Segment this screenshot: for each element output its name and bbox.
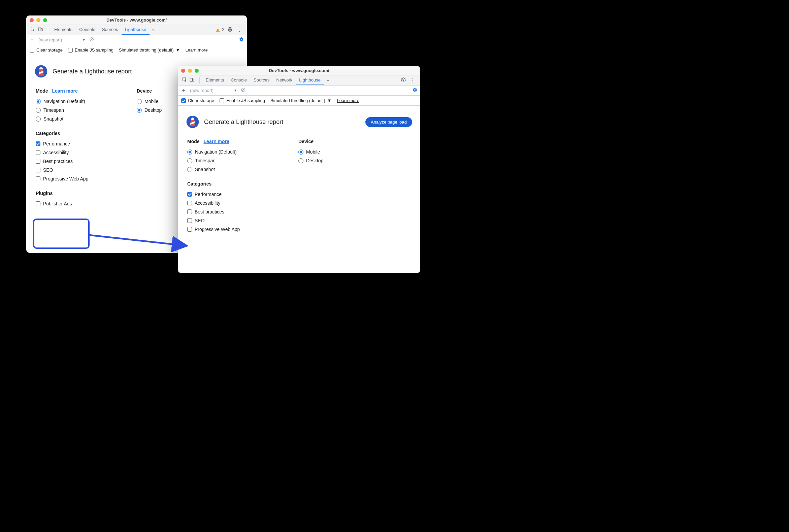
mode-timespan-radio[interactable]: Timespan	[187, 156, 298, 165]
svg-line-5	[90, 38, 93, 41]
enable-js-label: Enable JS sampling	[75, 48, 113, 53]
mode-timespan-radio[interactable]: Timespan	[36, 106, 137, 114]
report-dropdown[interactable]: (new report) ▼	[190, 88, 237, 93]
main-toolbar: Elements Console Sources Network Lightho…	[178, 75, 420, 86]
chevron-down-icon: ▼	[234, 89, 237, 92]
clear-storage-label: Clear storage	[36, 48, 63, 53]
cat-best-practices-checkbox[interactable]: Best practices	[187, 207, 412, 216]
chevron-down-icon: ▼	[82, 38, 86, 42]
analyze-page-load-button[interactable]: Analyze page load	[365, 117, 412, 127]
svg-rect-2	[41, 28, 42, 31]
enable-js-sampling-checkbox[interactable]: Enable JS sampling	[220, 98, 265, 103]
svg-rect-1	[38, 27, 41, 31]
panel-tabs: Elements Console Sources Lighthouse »	[51, 25, 157, 35]
panel-tabs: Elements Console Sources Network Lightho…	[202, 75, 332, 85]
settings-icon[interactable]	[401, 77, 406, 83]
clear-storage-label: Clear storage	[188, 98, 214, 103]
kebab-menu-icon[interactable]: ⋮	[410, 77, 416, 83]
cat-accessibility-checkbox[interactable]: Accessibility	[187, 199, 412, 207]
titlebar: DevTools - www.google.com/	[26, 16, 247, 25]
tab-console[interactable]: Console	[227, 75, 250, 85]
tab-elements[interactable]: Elements	[51, 25, 76, 35]
lighthouse-settings-icon[interactable]	[239, 37, 244, 43]
report-dropdown-label: (new report)	[190, 88, 213, 93]
checkbox-icon	[220, 98, 224, 103]
tab-lighthouse[interactable]: Lighthouse	[296, 75, 324, 85]
main-toolbar: Elements Console Sources Lighthouse » 2 …	[26, 25, 247, 35]
mode-learn-more-link[interactable]: Learn more	[204, 139, 229, 144]
clear-icon[interactable]	[89, 37, 94, 43]
more-tabs[interactable]: »	[324, 75, 332, 85]
svg-rect-8	[190, 78, 192, 81]
inspect-icon[interactable]	[30, 26, 36, 33]
lighthouse-settings-icon[interactable]	[412, 87, 417, 94]
throttling-dropdown[interactable]: Simulated throttling (default) ▼	[270, 98, 331, 103]
learn-more-link[interactable]: Learn more	[337, 98, 359, 103]
window-title: DevTools - www.google.com/	[178, 68, 420, 73]
page-title: Generate a Lighthouse report	[204, 118, 283, 126]
enable-js-label: Enable JS sampling	[226, 98, 265, 103]
titlebar: DevTools - www.google.com/	[178, 66, 420, 75]
device-mobile-radio[interactable]: Mobile	[298, 148, 366, 156]
checkbox-icon	[30, 48, 34, 53]
checkbox-icon	[181, 98, 186, 103]
enable-js-sampling-checkbox[interactable]: Enable JS sampling	[68, 48, 113, 53]
report-dropdown-label: (new report)	[38, 37, 62, 42]
device-toggle-icon[interactable]	[38, 26, 43, 33]
clear-icon[interactable]	[241, 87, 246, 94]
devtools-window-after: DevTools - www.google.com/ Elements Cons…	[178, 66, 420, 273]
kebab-menu-icon[interactable]: ⋮	[236, 26, 243, 33]
new-report-button[interactable]: ＋	[181, 87, 187, 94]
chevron-down-icon: ▼	[327, 98, 332, 103]
throttling-dropdown[interactable]: Simulated throttling (default) ▼	[119, 48, 180, 53]
learn-more-link[interactable]: Learn more	[185, 48, 207, 53]
inspect-icon[interactable]	[182, 77, 187, 83]
mode-snapshot-radio[interactable]: Snapshot	[36, 114, 137, 123]
tab-network[interactable]: Network	[273, 75, 296, 85]
mode-snapshot-radio[interactable]: Snapshot	[187, 165, 298, 174]
device-section-title: Device	[298, 139, 366, 144]
checkbox-icon	[68, 48, 73, 53]
report-toolbar: ＋ (new report) ▼	[26, 35, 247, 45]
report-dropdown[interactable]: (new report) ▼	[38, 37, 86, 42]
cat-seo-checkbox[interactable]: SEO	[187, 216, 412, 225]
svg-point-10	[403, 79, 404, 80]
device-toggle-icon[interactable]	[189, 77, 195, 83]
cat-pwa-checkbox[interactable]: Progressive Web App	[187, 225, 412, 234]
window-title: DevTools - www.google.com/	[26, 18, 247, 22]
new-report-button[interactable]: ＋	[29, 36, 35, 43]
svg-line-12	[242, 89, 244, 91]
report-toolbar: ＋ (new report) ▼	[178, 86, 420, 96]
flags-toolbar: Clear storage Enable JS sampling Simulat…	[26, 45, 247, 55]
device-desktop-radio[interactable]: Desktop	[298, 156, 366, 165]
mode-navigation-radio[interactable]: Navigation (Default)	[36, 97, 137, 106]
throttling-label: Simulated throttling (default)	[119, 48, 174, 53]
tab-lighthouse[interactable]: Lighthouse	[121, 25, 150, 35]
cat-performance-checkbox[interactable]: Performance	[187, 190, 412, 199]
categories-section-title: Categories	[187, 181, 412, 187]
settings-icon[interactable]	[227, 26, 233, 33]
clear-storage-checkbox[interactable]: Clear storage	[181, 98, 214, 103]
issues-indicator[interactable]: 2	[215, 27, 224, 32]
svg-rect-9	[193, 79, 194, 81]
mode-section-title: Mode Learn more	[36, 88, 137, 94]
page-title: Generate a Lighthouse report	[53, 68, 132, 75]
mode-learn-more-link[interactable]: Learn more	[52, 88, 78, 94]
lighthouse-panel: Generate a Lighthouse report Analyze pag…	[178, 106, 420, 273]
chevron-down-icon: ▼	[176, 48, 180, 53]
more-tabs[interactable]: »	[150, 25, 157, 35]
mode-section-title: Mode Learn more	[187, 139, 298, 144]
tab-sources[interactable]: Sources	[99, 25, 121, 35]
tab-sources[interactable]: Sources	[250, 75, 273, 85]
tab-console[interactable]: Console	[76, 25, 99, 35]
mode-navigation-radio[interactable]: Navigation (Default)	[187, 148, 298, 156]
lighthouse-icon	[186, 115, 199, 129]
throttling-label: Simulated throttling (default)	[270, 98, 325, 103]
lighthouse-icon	[34, 65, 48, 78]
flags-toolbar: Clear storage Enable JS sampling Simulat…	[178, 96, 420, 106]
tab-elements[interactable]: Elements	[202, 75, 227, 85]
clear-storage-checkbox[interactable]: Clear storage	[30, 48, 63, 53]
svg-point-3	[229, 28, 231, 30]
issues-count: 2	[222, 27, 224, 32]
